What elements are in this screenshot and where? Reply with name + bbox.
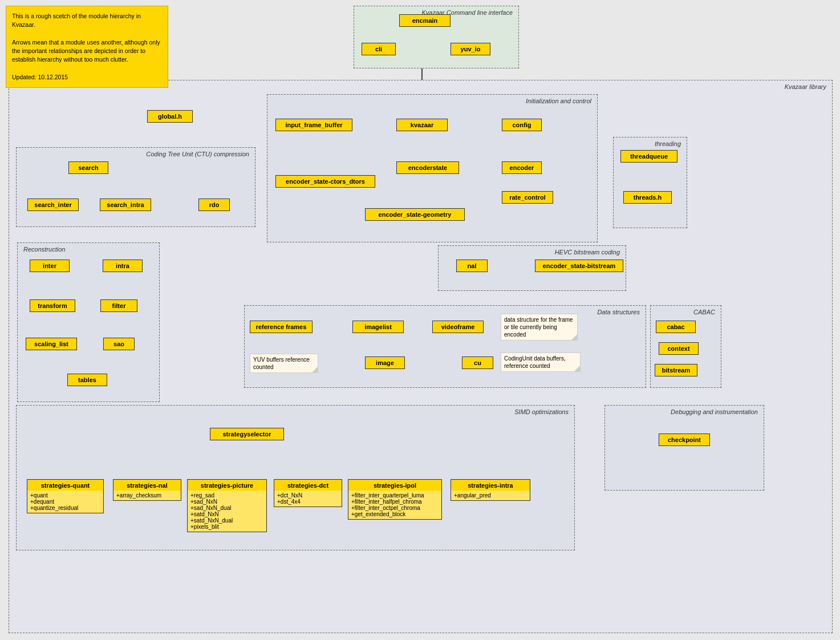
reference-frames-module: reference frames (250, 321, 313, 333)
simd-container: SIMD optimizations (16, 405, 575, 550)
encoder-module: encoder (502, 161, 542, 174)
strategies-dct-sub: +dct_NxN +dst_4x4 (274, 491, 342, 507)
search-module: search (68, 161, 108, 174)
rdo-module: rdo (198, 199, 230, 211)
strategies-nal-sub: +array_checksum (113, 491, 181, 501)
note-text: This is a rough scetch of the module hie… (12, 12, 162, 82)
data-structure-note: data structure for the frame or tile cur… (501, 314, 578, 341)
strategies-ipol-module: strategies-ipol (348, 479, 442, 492)
global-h-module: global.h (147, 110, 193, 123)
imagelist-module: imagelist (352, 321, 404, 333)
data-structures-container: Data structures (244, 305, 646, 388)
kvazaar-module: kvazaar (396, 119, 448, 131)
rate-control-module: rate_control (502, 191, 553, 204)
cabac-module: cabac (656, 321, 696, 333)
encoder-state-geometry-module: encoder_state-geometry (365, 208, 465, 221)
init-control-label: Initialization and control (526, 98, 591, 104)
videoframe-module: videoframe (432, 321, 484, 333)
strategies-dct-module: strategies-dct (274, 479, 342, 492)
bitstream-module: bitstream (655, 364, 697, 376)
data-structures-label: Data structures (597, 309, 640, 315)
strategyselector-module: strategyselector (210, 428, 284, 440)
threads-h-module: threads.h (623, 191, 672, 204)
config-module: config (502, 119, 542, 131)
strategies-quant-module: strategies-quant (27, 479, 104, 492)
checkpoint-module: checkpoint (659, 434, 710, 446)
strategies-intra-sub: +angular_pred (451, 491, 530, 501)
diagram-container: This is a rough scetch of the module hie… (0, 0, 840, 640)
threading-label: threading (655, 140, 681, 147)
image-module: image (365, 357, 405, 369)
search-intra-module: search_intra (100, 199, 151, 211)
nal-module: nal (456, 260, 488, 272)
transform-module: transform (30, 299, 75, 312)
strategies-picture-sub: +reg_sad +sad_NxN +sad_NxN_dual +satd_Nx… (187, 491, 267, 532)
debug-label: Debugging and instrumentation (671, 408, 758, 415)
note-box: This is a rough scetch of the module hie… (6, 6, 168, 88)
filter-module: filter (100, 299, 137, 312)
threadqueue-module: threadqueue (620, 150, 677, 163)
ctu-container: Coding Tree Unit (CTU) compression (16, 147, 255, 227)
encoderstate-module: encoderstate (396, 161, 459, 174)
encoder-state-bitstream-module: encoder_state-bitstream (535, 260, 623, 272)
ctu-label: Coding Tree Unit (CTU) compression (146, 151, 249, 157)
hevc-label: HEVC bitstream coding (555, 249, 620, 256)
encmain-module: encmain (399, 14, 451, 27)
intra-module: intra (103, 260, 143, 272)
yuv-io-module: yuv_io (451, 43, 490, 55)
input-frame-buffer-module: input_frame_buffer (275, 119, 352, 131)
sao-module: sao (103, 338, 135, 350)
strategies-quant-sub: +quant +dequant +quantize_residual (27, 491, 104, 513)
yuv-buffers-note: YUV buffers reference counted (250, 354, 318, 373)
tables-module: tables (67, 374, 107, 386)
search-inter-module: search_inter (27, 199, 79, 211)
strategies-nal-module: strategies-nal (113, 479, 181, 492)
codingunit-note: CodingUnit data buffers, reference count… (501, 353, 581, 372)
cu-module: cu (462, 357, 493, 369)
strategies-ipol-sub: +filter_inter_quarterpel_luma +filter_in… (348, 491, 442, 520)
scaling-list-module: scaling_list (26, 338, 77, 350)
cli-module: cli (362, 43, 396, 55)
cabac-label: CABAC (693, 309, 715, 315)
simd-label: SIMD optimizations (514, 408, 569, 415)
reconstruction-label: Reconstruction (23, 246, 65, 253)
context-module: context (659, 342, 699, 355)
encoder-state-ctors-dtors-module: encoder_state-ctors_dtors (275, 175, 375, 188)
strategies-picture-module: strategies-picture (187, 479, 267, 492)
kvazaar-lib-label: Kvazaar library (785, 83, 826, 90)
debug-container: Debugging and instrumentation (604, 405, 764, 491)
inter-module: inter (30, 260, 70, 272)
strategies-intra-module: strategies-intra (451, 479, 530, 492)
